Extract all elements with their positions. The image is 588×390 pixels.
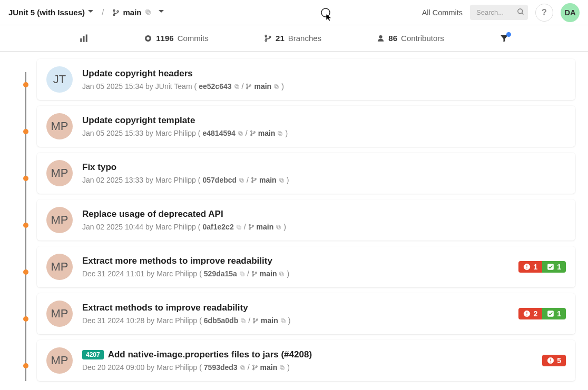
commit-row[interactable]: MPExtract methods to improve readability… <box>25 293 575 334</box>
commit-row[interactable]: MPFix typoJan 02 2025 13:33 by Marc Phil… <box>25 153 575 194</box>
commit-title[interactable]: Fix typo <box>82 162 116 173</box>
svg-rect-62 <box>281 318 285 322</box>
branch-icon <box>252 364 258 371</box>
copy-branch-icon[interactable] <box>276 224 281 230</box>
filter-active-indicator <box>506 32 511 37</box>
close-paren: ) <box>287 176 289 184</box>
commit-title[interactable]: Extract more methods to improve readabil… <box>82 256 272 266</box>
commit-title[interactable]: Extract methods to improve readability <box>82 303 248 313</box>
chart-icon <box>79 34 89 43</box>
commit-author[interactable]: Marc Philipp <box>156 363 197 372</box>
author-avatar[interactable]: MP <box>46 347 73 374</box>
commit-author[interactable]: Marc Philipp <box>155 176 196 184</box>
error-badge[interactable]: 2 <box>518 308 542 319</box>
commit-hash[interactable]: ee52c643 <box>199 82 231 91</box>
copy-branch-icon[interactable] <box>277 131 283 136</box>
commit-title[interactable]: Update copyright template <box>82 115 195 126</box>
commit-title[interactable]: Add native-image.properties files to jar… <box>108 349 312 360</box>
copy-hash-icon[interactable] <box>239 177 244 183</box>
author-avatar[interactable]: MP <box>46 113 73 139</box>
branch-selector[interactable]: main <box>112 8 163 17</box>
commit-branch[interactable]: main <box>261 316 278 325</box>
error-badge[interactable]: 1 <box>518 261 542 273</box>
project-name-label: JUnit 5 (with Issues) <box>8 8 85 17</box>
commit-author[interactable]: Marc Philipp <box>156 269 197 278</box>
branches-tab[interactable]: 21 Branches <box>264 34 321 43</box>
commit-branch[interactable]: main <box>258 129 276 137</box>
commit-title[interactable]: Update copyright headers <box>82 68 193 79</box>
branch-icon <box>264 34 272 42</box>
commit-hash[interactable]: 529da15a <box>204 269 237 278</box>
copy-hash-icon[interactable] <box>240 318 246 324</box>
success-badge[interactable]: 1 <box>542 308 566 319</box>
commit-body: 4207Add native-image.properties files to… <box>82 349 533 372</box>
commit-body: Update copyright headersJan 05 2025 15:3… <box>82 68 566 91</box>
copy-branch-icon[interactable] <box>280 318 286 324</box>
commit-branch[interactable]: main <box>259 176 277 184</box>
author-avatar[interactable]: JT <box>46 66 73 93</box>
commit-author[interactable]: JUnit Team <box>155 82 192 91</box>
filter-button[interactable] <box>499 34 509 43</box>
meta-separator: / <box>244 223 246 231</box>
success-badge[interactable]: 1 <box>542 261 566 273</box>
breadcrumb: JUnit 5 (with Issues) / main <box>8 8 164 17</box>
svg-point-25 <box>250 131 252 132</box>
author-avatar[interactable]: MP <box>46 207 73 233</box>
close-paren: ) <box>287 363 290 372</box>
copy-icon[interactable] <box>145 8 151 17</box>
author-avatar[interactable]: MP <box>46 301 73 327</box>
commit-hash[interactable]: 6db5a0db <box>204 316 238 325</box>
commit-hash[interactable]: 7593ded3 <box>204 363 238 372</box>
commit-branch[interactable]: main <box>257 223 274 231</box>
svg-rect-16 <box>236 85 239 88</box>
copy-branch-icon[interactable] <box>273 84 279 89</box>
commit-row[interactable]: JTUpdate copyright headersJan 05 2025 15… <box>25 59 575 100</box>
svg-rect-38 <box>237 225 240 228</box>
svg-line-6 <box>522 13 523 14</box>
search-button[interactable] <box>517 8 525 17</box>
timeline-dot <box>23 316 28 322</box>
project-selector[interactable]: JUnit 5 (with Issues) <box>8 8 93 17</box>
copy-branch-icon[interactable] <box>279 271 285 277</box>
branch-name-label: main <box>123 8 141 17</box>
svg-point-70 <box>252 365 254 366</box>
commit-row[interactable]: MP4207Add native-image.properties files … <box>25 340 575 381</box>
svg-rect-77 <box>551 359 551 362</box>
commit-author[interactable]: Marc Philipp <box>155 223 196 231</box>
user-avatar[interactable]: DA <box>561 3 580 22</box>
author-avatar[interactable]: MP <box>46 254 73 280</box>
breadcrumb-separator: / <box>102 8 104 17</box>
author-avatar[interactable]: MP <box>46 160 73 186</box>
commit-hash[interactable]: e4814594 <box>203 129 236 137</box>
commit-row[interactable]: MPReplace usage of deprecated APIJan 02 … <box>25 199 575 241</box>
commit-author[interactable]: Marc Philipp <box>156 316 197 325</box>
by-label: by <box>145 223 153 231</box>
copy-branch-icon[interactable] <box>279 365 285 371</box>
svg-rect-37 <box>238 226 241 229</box>
pr-tag[interactable]: 4207 <box>82 350 104 359</box>
meta-separator: / <box>248 363 250 372</box>
error-badge[interactable]: 5 <box>542 355 566 366</box>
copy-hash-icon[interactable] <box>239 271 245 277</box>
svg-point-19 <box>247 87 248 89</box>
all-commits-link[interactable]: All Commits <box>422 8 463 17</box>
commits-tab[interactable]: 1196 Commits <box>144 34 209 43</box>
commit-title[interactable]: Replace usage of deprecated API <box>82 209 223 219</box>
help-button[interactable]: ? <box>535 4 553 22</box>
copy-hash-icon[interactable] <box>234 84 240 89</box>
commit-row[interactable]: MPUpdate copyright templateJan 05 2025 1… <box>25 106 575 147</box>
open-paren: ( <box>199 363 202 372</box>
commit-hash[interactable]: 057debcd <box>203 176 237 184</box>
contributors-tab[interactable]: 86 Contributors <box>377 34 444 43</box>
copy-hash-icon[interactable] <box>238 131 243 136</box>
chart-tab[interactable] <box>79 34 89 43</box>
commit-hash[interactable]: 0af1e2c2 <box>203 223 234 231</box>
copy-hash-icon[interactable] <box>240 365 246 371</box>
commit-row[interactable]: MPExtract more methods to improve readab… <box>25 246 575 287</box>
copy-branch-icon[interactable] <box>279 177 285 183</box>
commit-branch[interactable]: main <box>260 269 277 278</box>
commit-author[interactable]: Marc Philipp <box>155 129 196 137</box>
commit-branch[interactable]: main <box>260 363 278 372</box>
copy-hash-icon[interactable] <box>236 224 242 230</box>
commit-branch[interactable]: main <box>254 82 271 91</box>
